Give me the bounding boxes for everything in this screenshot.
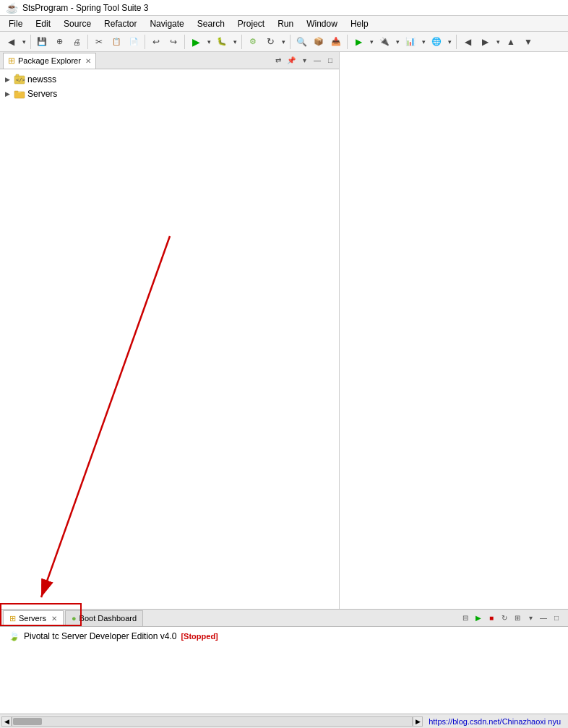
menu-edit[interactable]: Edit: [30, 17, 56, 30]
servers-tab-icon: ⊞: [9, 614, 16, 623]
svg-text:</>: </>: [16, 77, 25, 83]
next-button[interactable]: ▶: [477, 34, 493, 50]
menu-run[interactable]: Run: [272, 17, 299, 30]
editor-area[interactable]: [340, 52, 568, 609]
down-button[interactable]: ▼: [520, 34, 536, 50]
server-item-pivotal[interactable]: 🍃 Pivotal tc Server Developer Edition v4…: [6, 630, 562, 643]
web-button[interactable]: 🌐: [429, 34, 444, 50]
servers-sync-button[interactable]: ⊟: [460, 612, 471, 624]
scroll-left-button[interactable]: ◀: [1, 716, 12, 727]
separator-6: [290, 35, 291, 49]
run-server-button[interactable]: ▶: [350, 34, 366, 50]
menu-file[interactable]: File: [3, 17, 28, 30]
top-area: ⊞ Package Explorer ✕ ⇄ 📌 ▾ — □ ▶: [0, 52, 568, 609]
import-button[interactable]: 📥: [328, 34, 344, 50]
server-status-badge: [Stopped]: [181, 632, 218, 641]
chart-button[interactable]: 📊: [403, 34, 418, 50]
bottom-area: ⊞ Servers ✕ ● Boot Dashboard ⊟ ▶ ■ ↻ ⊞ ▾…: [0, 609, 568, 714]
menu-bar: File Edit Source Refactor Navigate Searc…: [0, 16, 568, 32]
server-plugin-dropdown[interactable]: ▾: [394, 34, 401, 50]
prev-button[interactable]: ◀: [460, 34, 476, 50]
menu-project[interactable]: Project: [232, 17, 270, 30]
paste-button[interactable]: 📄: [126, 34, 142, 50]
refresh-dropdown[interactable]: ▾: [280, 34, 287, 50]
chart-dropdown[interactable]: ▾: [420, 34, 427, 50]
boot-dashboard-icon: ●: [72, 614, 77, 623]
main-container: ⊞ Package Explorer ✕ ⇄ 📌 ▾ — □ ▶: [0, 52, 568, 728]
servers-maximize-button[interactable]: □: [551, 612, 562, 624]
refresh-button[interactable]: ↻: [262, 34, 278, 50]
minimize-panel-button[interactable]: —: [311, 55, 323, 66]
toolbar: ◀ ▾ 💾 ⊕ 🖨 ✂ 📋 📄 ↩ ↪ ▶ ▾ 🐛 ▾ ⚙ ↻ ▾ 🔍 📦 📥 …: [0, 32, 568, 52]
horizontal-scrollbar[interactable]: [12, 716, 413, 727]
newsss-label: newsss: [27, 74, 56, 84]
servers-pub-button[interactable]: ⊞: [512, 612, 523, 624]
bottom-content: 🍃 Pivotal tc Server Developer Edition v4…: [0, 627, 568, 714]
menu-help[interactable]: Help: [345, 17, 374, 30]
toggle-newsss[interactable]: ▶: [3, 75, 12, 84]
panel-tab-actions: ⇄ 📌 ▾ — □: [272, 55, 336, 66]
scroll-right-button[interactable]: ▶: [413, 716, 423, 727]
server-plugin-button[interactable]: 🔌: [376, 34, 392, 50]
debug-dropdown[interactable]: ▾: [231, 34, 238, 50]
servers-start-button[interactable]: ▶: [473, 612, 484, 624]
pkg-button[interactable]: 📦: [311, 34, 327, 50]
status-url: https://blog.csdn.net/Chinazhaoxi nyu: [423, 717, 567, 726]
server-run-dropdown[interactable]: ▾: [368, 34, 375, 50]
servers-stop-button[interactable]: ■: [486, 612, 497, 624]
app-icon: ☕: [6, 2, 18, 14]
sync-button[interactable]: ⇄: [272, 55, 284, 66]
nav-dropdown[interactable]: ▾: [494, 34, 502, 50]
menu-search[interactable]: Search: [192, 17, 231, 30]
bottom-tab-bar: ⊞ Servers ✕ ● Boot Dashboard ⊟ ▶ ■ ↻ ⊞ ▾…: [0, 610, 568, 627]
close-package-explorer-icon[interactable]: ✕: [85, 57, 91, 65]
spring-button[interactable]: ⚙: [245, 34, 261, 50]
boot-dashboard-label: Boot Dashboard: [79, 614, 137, 623]
server-name: Pivotal tc Server Developer Edition v4.0: [24, 631, 176, 641]
servers-minimize-button[interactable]: —: [538, 612, 549, 624]
run-config-button[interactable]: ▶: [188, 34, 204, 50]
maximize-panel-button[interactable]: □: [324, 55, 336, 66]
print-button[interactable]: 🖨: [69, 34, 85, 50]
separator-7: [347, 35, 348, 49]
bottom-status-bar: ◀ ▶ https://blog.csdn.net/Chinazhaoxi ny…: [0, 714, 568, 728]
separator-8: [456, 35, 457, 49]
search-button[interactable]: 🔍: [293, 34, 309, 50]
menu-source[interactable]: Source: [58, 17, 97, 30]
menu-window[interactable]: Window: [301, 17, 343, 30]
bottom-tab-actions: ⊟ ▶ ■ ↻ ⊞ ▾ — □: [460, 612, 565, 624]
run-dropdown[interactable]: ▾: [205, 34, 212, 50]
right-panel: [340, 52, 568, 609]
menu-refactor[interactable]: Refactor: [98, 17, 142, 30]
web-dropdown[interactable]: ▾: [446, 34, 453, 50]
toggle-servers[interactable]: ▶: [3, 90, 12, 98]
pin-button[interactable]: 📌: [285, 55, 297, 66]
view-menu-button[interactable]: ▾: [298, 55, 310, 66]
debug-button[interactable]: 🐛: [214, 34, 230, 50]
servers-tab[interactable]: ⊞ Servers ✕: [3, 610, 64, 626]
boot-dashboard-tab[interactable]: ● Boot Dashboard: [65, 610, 143, 626]
separator-5: [241, 35, 242, 49]
undo-button[interactable]: ↩: [148, 34, 164, 50]
save-all-button[interactable]: ⊕: [51, 34, 67, 50]
package-explorer-tab[interactable]: ⊞ Package Explorer ✕: [3, 53, 96, 69]
back-dropdown[interactable]: ▾: [20, 34, 27, 50]
copy-button[interactable]: 📋: [108, 34, 124, 50]
servers-restart-button[interactable]: ↻: [499, 612, 510, 624]
cut-button[interactable]: ✂: [91, 34, 107, 50]
tab-left: ⊞ Package Explorer ✕: [3, 53, 96, 69]
package-explorer-label: Package Explorer: [18, 56, 81, 65]
package-explorer-content: ▶ </> newsss ▶: [0, 69, 339, 609]
scrollbar-thumb[interactable]: [13, 718, 42, 725]
save-button[interactable]: 💾: [34, 34, 50, 50]
package-explorer-tab-bar: ⊞ Package Explorer ✕ ⇄ 📌 ▾ — □: [0, 52, 339, 69]
tree-item-servers[interactable]: ▶ Servers: [0, 87, 339, 101]
back-button[interactable]: ◀: [3, 34, 19, 50]
servers-menu-dropdown[interactable]: ▾: [525, 612, 536, 624]
up-button[interactable]: ▲: [503, 34, 519, 50]
separator-4: [184, 35, 185, 49]
tree-item-newsss[interactable]: ▶ </> newsss: [0, 72, 339, 87]
redo-button[interactable]: ↪: [165, 34, 181, 50]
menu-navigate[interactable]: Navigate: [144, 17, 189, 30]
close-servers-tab-icon[interactable]: ✕: [51, 615, 57, 623]
